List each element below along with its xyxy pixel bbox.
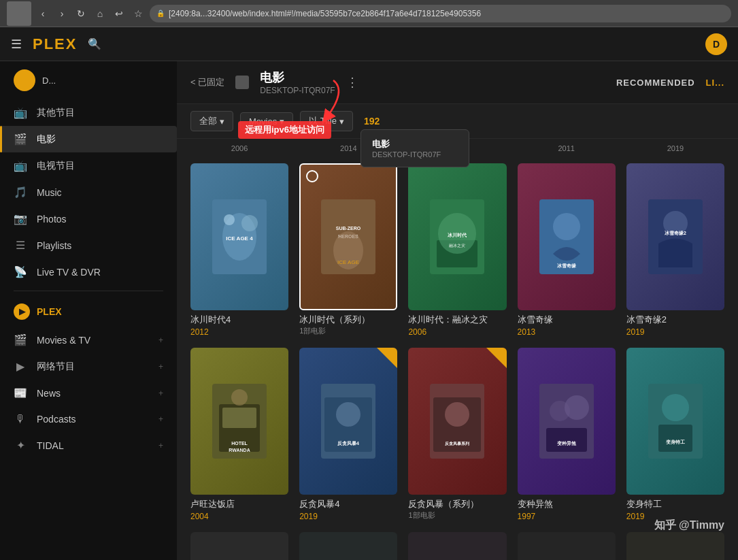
movie-card-r3-3[interactable] [408,532,506,560]
undo-button[interactable]: ↩ [112,6,127,21]
svg-point-4 [241,215,258,231]
year-above-5: 2019 [626,144,724,152]
movie-card-r3-1[interactable] [190,532,288,560]
movie-card-bingchuan4[interactable]: ICE AGE 4 冰川时代4 2012 [190,163,288,337]
sidebar-label-livetv: Live TV & DVR [37,267,101,278]
movie-poster-8: 反贪风暴系列 [408,348,506,495]
movie-card-frozen1[interactable]: 冰雪奇缘 冰雪奇缘 2013 [518,163,616,337]
movie-poster-r3-4 [518,532,616,560]
app-header: ☰ PLEX 🔍 D [0,27,738,61]
plex-logo: PLEX [33,35,77,53]
svg-rect-23 [222,408,256,428]
content-header: < 已固定 电影 DESKTOP-ITQR07F ⋮ RECOMMENDED L… [177,61,738,104]
movie-card-bianshen[interactable]: 变身特工 变身特工 2019 [626,348,724,521]
forward-nav-button[interactable]: › [54,6,69,21]
sidebar-item-tv[interactable]: 📺 电视节目 [0,152,177,179]
sidebar-item-photos[interactable]: 📷 Photos [0,205,177,232]
browser-tab[interactable] [7,1,31,26]
pin-webjie-icon[interactable]: + [158,362,163,372]
filter-all-button[interactable]: 全部 ▾ [190,111,233,131]
header-right: D [705,33,727,55]
sidebar-item-playlists[interactable]: ☰ Playlists [0,232,177,259]
pin-news-icon[interactable]: + [158,389,163,398]
search-icon[interactable]: 🔍 [88,37,101,50]
movie-poster-9: 变种异煞 [518,348,616,495]
sidebar-item-webjie[interactable]: ▶ 网络节目 + [0,353,177,380]
tab-library[interactable]: LI... [706,78,724,88]
movie-year-10: 2019 [626,512,724,521]
pin-movies-tv-icon[interactable]: + [158,335,163,345]
year-above-1: 2006 [190,144,288,152]
poster-inner-6: HOTEL RWANDA [190,348,288,495]
movie-poster-r3-3 [408,532,506,560]
movie-year-7: 2019 [299,512,397,521]
plex-circle-icon: ▶ [14,303,30,320]
sidebar-item-livetv[interactable]: 📡 Live TV & DVR [0,259,177,285]
address-bar[interactable]: 🔒 [2409:8a...32400/web/index.html#!/medi… [150,5,731,22]
movie-card-fanzhen-series[interactable]: 反贪风暴系列 反贪风暴（系列） 1部电影 [408,348,506,521]
popup-title: 电影 [372,138,458,150]
pin-tidal-icon[interactable]: + [158,441,163,450]
movie-poster-3: 冰川时代 融冰之灾 [408,163,506,310]
plex-section-header: ▶ PLEX [0,297,177,327]
svg-text:HOTEL: HOTEL [231,441,248,446]
sidebar-item-tidal[interactable]: ✦ TIDAL + [0,432,177,459]
filter-movies-button[interactable]: Movies ▾ [240,112,293,131]
user-avatar[interactable]: D [705,33,727,55]
options-button[interactable]: ⋮ [346,75,358,90]
breadcrumb-back-button[interactable]: < 已固定 [190,76,224,88]
sidebar-avatar [14,69,35,91]
tab-recommended[interactable]: RECOMMENDED [616,78,695,88]
movies-grid-row1: ICE AGE 4 冰川时代4 2012 [177,152,738,348]
orange-corner-7 [377,348,397,368]
svg-point-41 [662,394,689,421]
pin-podcasts-icon[interactable]: + [158,414,163,424]
svg-point-26 [231,389,248,406]
reload-button[interactable]: ↻ [73,6,88,21]
movie-card-bingchuan-series[interactable]: SUB-ZERO HEROES ICE AGE 冰川时代（系列） 1部电影 [299,163,397,337]
content-area: 电影 DESKTOP-ITQR07F < 已固定 电影 DESKTOP-ITQR… [177,61,738,560]
popup-server: DESKTOP-ITQR07F [372,150,458,159]
back-nav-button[interactable]: ‹ [35,6,50,21]
movie-title-6: 卢旺达饭店 [190,499,288,510]
movie-poster-6: HOTEL RWANDA [190,348,288,495]
sidebar-item-music[interactable]: 🎵 Music [0,179,177,205]
sidebar-label-photos: Photos [37,214,67,225]
movie-title-7: 反贪风暴4 [299,499,397,510]
movie-card-hotel-rwanda[interactable]: HOTEL RWANDA 卢旺达饭店 2004 [190,348,288,521]
filter-sort-button[interactable]: 以 Title ▾ [300,111,353,131]
movie-card-bingchuan-melt[interactable]: 冰川时代 融冰之灾 冰川时代：融冰之灾 2006 [408,163,506,337]
count-badge: 192 [364,116,380,127]
movie-card-r3-5[interactable] [626,532,724,560]
movie-card-fanzhen4[interactable]: 反贪风暴4 反贪风暴4 2019 [299,348,397,521]
sidebar-item-movies-tv[interactable]: 🎬 Movies & TV + [0,327,177,353]
movie-card-r3-4[interactable] [518,532,616,560]
sidebar-label-webjie: 网络节目 [37,361,75,373]
movie-poster-7: 反贪风暴4 [299,348,397,495]
movie-sub-8: 1部电影 [408,510,506,521]
user-row: D... [0,61,177,99]
playlists-icon: ☰ [14,239,27,252]
svg-text:变身特工: 变身特工 [666,439,685,444]
url-text: [2409:8a...32400/web/index.html#!/media/… [169,9,481,18]
movie-poster-r3-5 [626,532,724,560]
movie-year-1: 2012 [190,327,288,337]
home-button[interactable]: ⌂ [93,6,107,21]
movie-card-frozen2[interactable]: 冰雪奇缘2 冰雪奇缘2 2019 [626,163,724,337]
menu-toggle-button[interactable]: ☰ [11,37,22,52]
star-button[interactable]: ☆ [131,6,146,21]
svg-text:反贪风暴系列: 反贪风暴系列 [444,441,469,446]
movie-year-5: 2019 [626,327,724,337]
svg-text:融冰之灾: 融冰之灾 [449,243,465,248]
svg-text:ICE AGE 4: ICE AGE 4 [226,235,253,242]
sidebar-item-podcasts[interactable]: 🎙 Podcasts + [0,406,177,432]
movie-poster-1: ICE AGE 4 [190,163,288,310]
movie-card-r3-2[interactable] [299,532,397,560]
sidebar-label-tv: 电视节目 [37,160,75,172]
movie-year-3: 2006 [408,327,506,337]
sidebar-item-other[interactable]: 📺 其他节目 [0,99,177,126]
sidebar-item-news[interactable]: 📰 News + [0,380,177,406]
sidebar-item-movies[interactable]: 🎬 电影 [0,126,177,152]
movie-title-5: 冰雪奇缘2 [626,314,724,326]
movie-card-bianzong[interactable]: 变种异煞 变种异煞 1997 [518,348,616,521]
